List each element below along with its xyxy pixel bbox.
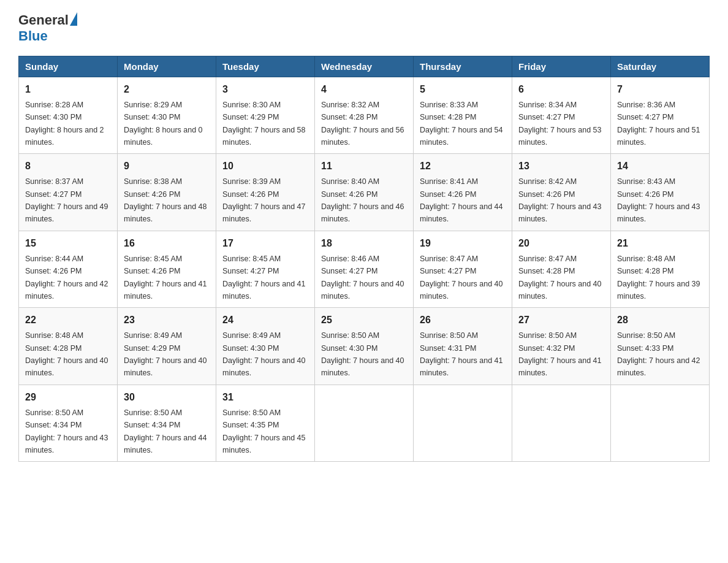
calendar-day-cell: 28 Sunrise: 8:50 AMSunset: 4:33 PMDaylig… xyxy=(611,308,710,385)
day-info: Sunrise: 8:50 AMSunset: 4:31 PMDaylight:… xyxy=(420,331,503,377)
calendar-day-cell: 25 Sunrise: 8:50 AMSunset: 4:30 PMDaylig… xyxy=(315,308,414,385)
day-number: 31 xyxy=(222,390,308,405)
day-info: Sunrise: 8:45 AMSunset: 4:27 PMDaylight:… xyxy=(222,255,306,301)
calendar-week-row: 29 Sunrise: 8:50 AMSunset: 4:34 PMDaylig… xyxy=(19,385,710,462)
calendar-day-cell: 15 Sunrise: 8:44 AMSunset: 4:26 PMDaylig… xyxy=(19,231,118,308)
calendar-day-cell: 6 Sunrise: 8:34 AMSunset: 4:27 PMDayligh… xyxy=(512,77,611,154)
logo-general-text: General xyxy=(18,12,69,28)
day-info: Sunrise: 8:39 AMSunset: 4:26 PMDaylight:… xyxy=(222,177,306,223)
day-number: 2 xyxy=(124,82,210,97)
day-number: 24 xyxy=(222,313,308,327)
weekday-header-sunday: Sunday xyxy=(19,56,118,77)
day-number: 17 xyxy=(222,236,308,251)
day-info: Sunrise: 8:50 AMSunset: 4:35 PMDaylight:… xyxy=(222,408,306,454)
calendar-day-cell: 21 Sunrise: 8:48 AMSunset: 4:28 PMDaylig… xyxy=(611,231,710,308)
calendar-day-cell: 7 Sunrise: 8:36 AMSunset: 4:27 PMDayligh… xyxy=(611,77,710,154)
calendar-week-row: 22 Sunrise: 8:48 AMSunset: 4:28 PMDaylig… xyxy=(19,308,710,385)
day-info: Sunrise: 8:32 AMSunset: 4:28 PMDaylight:… xyxy=(321,101,404,147)
calendar-table: SundayMondayTuesdayWednesdayThursdayFrid… xyxy=(18,56,710,462)
calendar-day-cell xyxy=(512,385,611,462)
day-info: Sunrise: 8:44 AMSunset: 4:26 PMDaylight:… xyxy=(25,255,108,301)
logo: General Blue xyxy=(18,12,77,45)
calendar-day-cell: 4 Sunrise: 8:32 AMSunset: 4:28 PMDayligh… xyxy=(315,77,414,154)
day-number: 14 xyxy=(617,159,703,174)
calendar-day-cell: 30 Sunrise: 8:50 AMSunset: 4:34 PMDaylig… xyxy=(118,385,216,462)
day-info: Sunrise: 8:49 AMSunset: 4:29 PMDaylight:… xyxy=(124,331,207,377)
day-info: Sunrise: 8:28 AMSunset: 4:30 PMDaylight:… xyxy=(25,101,104,147)
calendar-day-cell: 5 Sunrise: 8:33 AMSunset: 4:28 PMDayligh… xyxy=(414,77,512,154)
calendar-day-cell: 17 Sunrise: 8:45 AMSunset: 4:27 PMDaylig… xyxy=(216,231,315,308)
day-info: Sunrise: 8:37 AMSunset: 4:27 PMDaylight:… xyxy=(25,177,108,223)
calendar-week-row: 8 Sunrise: 8:37 AMSunset: 4:27 PMDayligh… xyxy=(19,154,710,231)
calendar-day-cell: 18 Sunrise: 8:46 AMSunset: 4:27 PMDaylig… xyxy=(315,231,414,308)
calendar-day-cell: 31 Sunrise: 8:50 AMSunset: 4:35 PMDaylig… xyxy=(216,385,315,462)
day-number: 25 xyxy=(321,313,407,327)
day-number: 6 xyxy=(518,82,604,97)
calendar-day-cell: 23 Sunrise: 8:49 AMSunset: 4:29 PMDaylig… xyxy=(118,308,216,385)
day-number: 26 xyxy=(420,313,506,327)
calendar-day-cell: 29 Sunrise: 8:50 AMSunset: 4:34 PMDaylig… xyxy=(19,385,118,462)
day-info: Sunrise: 8:42 AMSunset: 4:26 PMDaylight:… xyxy=(518,177,602,223)
calendar-day-cell: 10 Sunrise: 8:39 AMSunset: 4:26 PMDaylig… xyxy=(216,154,315,231)
calendar-body: 1 Sunrise: 8:28 AMSunset: 4:30 PMDayligh… xyxy=(19,77,710,462)
calendar-day-cell: 13 Sunrise: 8:42 AMSunset: 4:26 PMDaylig… xyxy=(512,154,611,231)
day-number: 29 xyxy=(25,390,111,405)
calendar-day-cell: 27 Sunrise: 8:50 AMSunset: 4:32 PMDaylig… xyxy=(512,308,611,385)
day-info: Sunrise: 8:43 AMSunset: 4:26 PMDaylight:… xyxy=(617,177,700,223)
day-number: 7 xyxy=(617,82,703,97)
day-number: 10 xyxy=(222,159,308,174)
day-number: 22 xyxy=(25,313,111,327)
calendar-day-cell: 11 Sunrise: 8:40 AMSunset: 4:26 PMDaylig… xyxy=(315,154,414,231)
day-number: 27 xyxy=(518,313,604,327)
day-number: 23 xyxy=(124,313,210,327)
calendar-day-cell: 22 Sunrise: 8:48 AMSunset: 4:28 PMDaylig… xyxy=(19,308,118,385)
calendar-day-cell xyxy=(315,385,414,462)
calendar-day-cell: 2 Sunrise: 8:29 AMSunset: 4:30 PMDayligh… xyxy=(118,77,216,154)
logo-blue-text: Blue xyxy=(18,28,77,44)
weekday-header-friday: Friday xyxy=(512,56,611,77)
day-info: Sunrise: 8:29 AMSunset: 4:30 PMDaylight:… xyxy=(124,101,203,147)
calendar-day-cell xyxy=(611,385,710,462)
calendar-day-cell: 3 Sunrise: 8:30 AMSunset: 4:29 PMDayligh… xyxy=(216,77,315,154)
day-info: Sunrise: 8:47 AMSunset: 4:27 PMDaylight:… xyxy=(420,255,503,301)
day-info: Sunrise: 8:50 AMSunset: 4:32 PMDaylight:… xyxy=(518,331,602,377)
day-info: Sunrise: 8:38 AMSunset: 4:26 PMDaylight:… xyxy=(124,177,207,223)
day-number: 21 xyxy=(617,236,703,251)
day-number: 18 xyxy=(321,236,407,251)
day-info: Sunrise: 8:41 AMSunset: 4:26 PMDaylight:… xyxy=(420,177,503,223)
day-number: 4 xyxy=(321,82,407,97)
day-number: 5 xyxy=(420,82,506,97)
day-info: Sunrise: 8:50 AMSunset: 4:33 PMDaylight:… xyxy=(617,331,700,377)
day-number: 12 xyxy=(420,159,506,174)
weekday-header-monday: Monday xyxy=(118,56,216,77)
calendar-week-row: 15 Sunrise: 8:44 AMSunset: 4:26 PMDaylig… xyxy=(19,231,710,308)
weekday-header-tuesday: Tuesday xyxy=(216,56,315,77)
day-number: 8 xyxy=(25,159,111,174)
calendar-week-row: 1 Sunrise: 8:28 AMSunset: 4:30 PMDayligh… xyxy=(19,77,710,154)
day-info: Sunrise: 8:48 AMSunset: 4:28 PMDaylight:… xyxy=(617,255,700,301)
calendar-day-cell: 8 Sunrise: 8:37 AMSunset: 4:27 PMDayligh… xyxy=(19,154,118,231)
calendar-day-cell: 16 Sunrise: 8:45 AMSunset: 4:26 PMDaylig… xyxy=(118,231,216,308)
day-number: 1 xyxy=(25,82,111,97)
day-info: Sunrise: 8:47 AMSunset: 4:28 PMDaylight:… xyxy=(518,255,602,301)
day-number: 30 xyxy=(124,390,210,405)
calendar-day-cell: 20 Sunrise: 8:47 AMSunset: 4:28 PMDaylig… xyxy=(512,231,611,308)
day-info: Sunrise: 8:33 AMSunset: 4:28 PMDaylight:… xyxy=(420,101,503,147)
calendar-day-cell: 24 Sunrise: 8:49 AMSunset: 4:30 PMDaylig… xyxy=(216,308,315,385)
calendar-day-cell: 19 Sunrise: 8:47 AMSunset: 4:27 PMDaylig… xyxy=(414,231,512,308)
day-number: 9 xyxy=(124,159,210,174)
day-info: Sunrise: 8:30 AMSunset: 4:29 PMDaylight:… xyxy=(222,101,306,147)
day-number: 16 xyxy=(124,236,210,251)
day-number: 28 xyxy=(617,313,703,327)
calendar-day-cell: 12 Sunrise: 8:41 AMSunset: 4:26 PMDaylig… xyxy=(414,154,512,231)
calendar-header: SundayMondayTuesdayWednesdayThursdayFrid… xyxy=(19,56,710,77)
day-info: Sunrise: 8:36 AMSunset: 4:27 PMDaylight:… xyxy=(617,101,700,147)
day-info: Sunrise: 8:50 AMSunset: 4:34 PMDaylight:… xyxy=(124,408,207,454)
day-number: 11 xyxy=(321,159,407,174)
calendar-day-cell xyxy=(414,385,512,462)
day-info: Sunrise: 8:40 AMSunset: 4:26 PMDaylight:… xyxy=(321,177,404,223)
weekday-header-saturday: Saturday xyxy=(611,56,710,77)
day-info: Sunrise: 8:34 AMSunset: 4:27 PMDaylight:… xyxy=(518,101,602,147)
day-info: Sunrise: 8:50 AMSunset: 4:30 PMDaylight:… xyxy=(321,331,404,377)
calendar-day-cell: 26 Sunrise: 8:50 AMSunset: 4:31 PMDaylig… xyxy=(414,308,512,385)
